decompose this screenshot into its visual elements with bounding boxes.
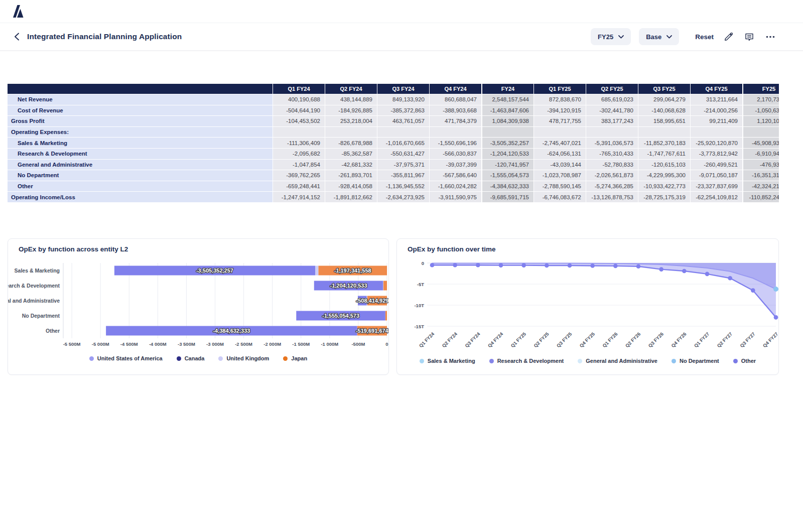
cell-value[interactable]: -1,747,767,611 <box>638 149 690 160</box>
row-label[interactable]: Operating Expenses: <box>8 127 273 138</box>
cell-value[interactable]: 253,218,004 <box>325 116 377 127</box>
cell-value[interactable]: -120,615,103 <box>638 160 690 171</box>
cell-value[interactable]: 2,170,73 <box>742 94 779 105</box>
cell-value[interactable]: 299,064,279 <box>638 94 690 105</box>
data-point[interactable] <box>521 263 526 268</box>
cell-value[interactable]: -52,780,833 <box>586 160 638 171</box>
cell-value[interactable]: -659,248,441 <box>273 181 325 192</box>
column-header[interactable]: Q2 FY25 <box>586 84 638 94</box>
cell-value[interactable]: -765,310,433 <box>586 149 638 160</box>
column-header[interactable]: FY24 <box>481 84 533 94</box>
column-header[interactable]: Q1 FY25 <box>533 84 586 94</box>
cell-value[interactable]: 313,211,664 <box>690 94 742 105</box>
cell-value[interactable] <box>377 127 429 138</box>
cell-value[interactable]: -9,685,591,715 <box>481 192 533 203</box>
data-point[interactable] <box>774 315 778 320</box>
data-point[interactable] <box>476 263 480 268</box>
cell-value[interactable] <box>690 127 742 138</box>
cell-value[interactable]: -184,926,885 <box>325 105 377 116</box>
row-label[interactable]: Operating Income/Loss <box>8 192 273 203</box>
cell-value[interactable] <box>638 127 690 138</box>
data-point[interactable] <box>590 263 595 268</box>
cell-value[interactable]: -85,362,587 <box>325 149 377 160</box>
cell-value[interactable]: -388,903,668 <box>429 105 481 116</box>
cell-value[interactable]: -6,746,083,672 <box>533 192 586 203</box>
comments-button[interactable] <box>743 30 756 43</box>
cell-value[interactable]: -624,056,131 <box>533 149 586 160</box>
cell-value[interactable]: 99,211,409 <box>690 116 742 127</box>
data-point-end[interactable] <box>773 287 778 292</box>
cell-value[interactable]: -550,631,427 <box>377 149 429 160</box>
cell-value[interactable]: 849,133,920 <box>377 94 429 105</box>
cell-value[interactable]: -3,505,352,257 <box>481 138 533 149</box>
data-point[interactable] <box>636 264 641 269</box>
cell-value[interactable]: -260,499,521 <box>690 160 742 171</box>
version-selector[interactable]: Base <box>639 28 679 45</box>
cell-value[interactable]: -928,414,058 <box>325 181 377 192</box>
cell-value[interactable]: -1,023,708,987 <box>533 170 586 181</box>
legend-item[interactable]: Canada <box>177 355 205 361</box>
cell-value[interactable]: -369,762,265 <box>273 170 325 181</box>
cell-value[interactable]: -1,550,696,196 <box>429 138 481 149</box>
bar-chart[interactable]: -5 500M-5 000M-4 500M-4 000M-3 500M-3 00… <box>8 254 388 354</box>
cell-value[interactable]: -2,095,682 <box>273 149 325 160</box>
cell-value[interactable]: 463,761,057 <box>377 116 429 127</box>
cell-value[interactable]: 158,995,651 <box>638 116 690 127</box>
cell-value[interactable]: -42,324,21 <box>742 181 779 192</box>
legend-item[interactable]: Other <box>733 358 756 364</box>
cell-value[interactable]: -10,933,422,773 <box>638 181 690 192</box>
column-header[interactable]: Q4 FY24 <box>429 84 481 94</box>
cell-value[interactable]: -25,920,120,870 <box>690 138 742 149</box>
cell-value[interactable]: -504,644,190 <box>273 105 325 116</box>
cell-value[interactable]: -1,136,945,552 <box>377 181 429 192</box>
cell-value[interactable]: 860,688,047 <box>429 94 481 105</box>
cell-value[interactable]: -394,120,915 <box>533 105 586 116</box>
cell-value[interactable]: -120,741,957 <box>481 160 533 171</box>
bar-segment[interactable] <box>383 281 383 291</box>
cell-value[interactable]: -11,852,370,183 <box>638 138 690 149</box>
cell-value[interactable]: -42,681,332 <box>325 160 377 171</box>
back-button[interactable] <box>12 32 21 41</box>
data-point[interactable] <box>430 263 435 268</box>
cell-value[interactable]: -476,93 <box>742 160 779 171</box>
cell-value[interactable] <box>481 127 533 138</box>
cell-value[interactable]: 478,717,755 <box>533 116 586 127</box>
line-chart[interactable]: 0-5T-10T-15TQ1 FY24Q2 FY24Q3 FY24Q4 FY24… <box>397 254 778 357</box>
cell-value[interactable]: -385,372,863 <box>377 105 429 116</box>
cell-value[interactable]: -1,660,024,282 <box>429 181 481 192</box>
cell-value[interactable]: -355,811,967 <box>377 170 429 181</box>
period-selector[interactable]: FY25 <box>591 28 631 45</box>
legend-item[interactable]: Research & Development <box>489 358 564 364</box>
data-point[interactable] <box>751 288 755 293</box>
cell-value[interactable]: -62,254,109,812 <box>690 192 742 203</box>
cell-value[interactable]: 872,838,670 <box>533 94 586 105</box>
cell-value[interactable]: 1,120,10 <box>742 116 779 127</box>
cell-value[interactable]: -1,247,914,152 <box>273 192 325 203</box>
cell-value[interactable]: -9,071,050,187 <box>690 170 742 181</box>
cell-value[interactable]: 383,177,243 <box>586 116 638 127</box>
cell-value[interactable]: -567,586,640 <box>429 170 481 181</box>
bar-segment[interactable] <box>385 311 387 321</box>
column-header[interactable]: Q2 FY24 <box>325 84 377 94</box>
cell-value[interactable] <box>273 127 325 138</box>
legend-item[interactable]: Japan <box>283 355 307 361</box>
data-point[interactable] <box>545 263 549 268</box>
cell-value[interactable]: -140,068,628 <box>638 105 690 116</box>
row-label[interactable]: General and Administrative <box>8 160 273 171</box>
row-label[interactable]: Cost of Revenue <box>8 105 273 116</box>
cell-value[interactable] <box>429 127 481 138</box>
data-point[interactable] <box>705 272 710 277</box>
cell-value[interactable]: -16,351,31 <box>742 170 779 181</box>
cell-value[interactable]: -37,975,371 <box>377 160 429 171</box>
cell-value[interactable]: -6,910,94 <box>742 149 779 160</box>
data-point[interactable] <box>613 264 618 269</box>
cell-value[interactable]: -214,000,256 <box>690 105 742 116</box>
cell-value[interactable]: -3,911,590,975 <box>429 192 481 203</box>
cell-value[interactable]: -45,908,93 <box>742 138 779 149</box>
cell-value[interactable]: -5,391,036,573 <box>586 138 638 149</box>
data-point[interactable] <box>499 263 503 268</box>
cell-value[interactable]: -4,229,995,300 <box>638 170 690 181</box>
column-header[interactable]: FY25 <box>742 84 779 94</box>
cell-value[interactable]: -13,126,878,753 <box>586 192 638 203</box>
data-point[interactable] <box>568 263 572 268</box>
